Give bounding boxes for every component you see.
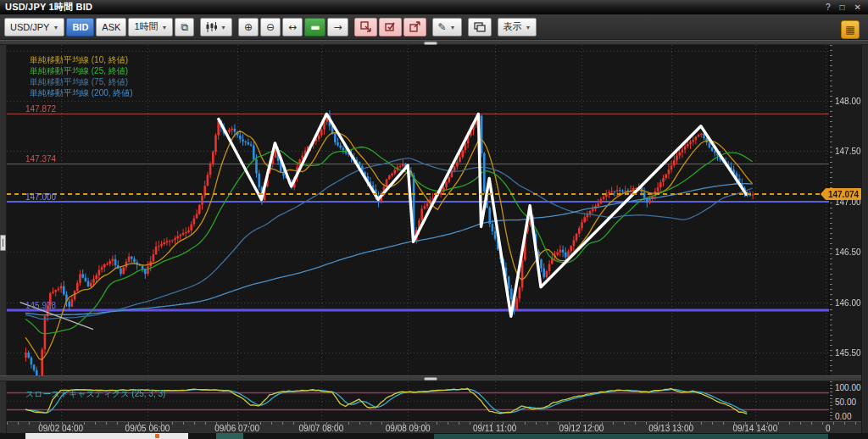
chevron-down-icon: ▼ [53, 25, 58, 31]
pane-resize-handle[interactable] [424, 377, 437, 381]
right-edge-strip [861, 45, 868, 439]
compare-windows-icon [474, 22, 486, 32]
display-group: 表示 ▼ [498, 18, 537, 36]
time-tick-label: 09/02 04:00 [38, 424, 83, 433]
time-tick-label: 09/07 08:00 [298, 424, 343, 433]
pair-select[interactable]: USD/JPY ▼ [4, 18, 64, 36]
compare-button[interactable] [468, 18, 492, 36]
fit-horizontal-button[interactable]: ↔ [282, 18, 303, 36]
stochastics-tick-label: 50.00 [835, 397, 856, 407]
scroll-to-latest-button[interactable]: → [327, 18, 348, 36]
time-tick-label: 09/11 11:00 [473, 424, 516, 433]
time-tick-label: 09/08 09:00 [386, 424, 431, 433]
toolbar: USD/JPY ▼ BID ASK 1時間 ▼ ⧉ ▼ [0, 14, 868, 40]
close-icon[interactable]: ✕ [854, 3, 861, 12]
background-panel-partial[interactable] [434, 434, 828, 439]
auto-scale-icon: ▬ [310, 22, 320, 32]
stochastics-axis[interactable]: 100.0050.000.00 [829, 381, 861, 421]
window-controls: ? □ ✕ [826, 0, 861, 14]
layout-grid-button[interactable]: ▦ [841, 20, 860, 39]
time-tick-label: 09/06 07:00 [214, 424, 259, 433]
time-tick-label: 0 [826, 424, 831, 433]
chevron-down-icon: ▼ [526, 25, 531, 31]
layers-button[interactable]: ⧉ [175, 18, 194, 36]
background-panel-partial[interactable] [216, 433, 243, 439]
price-axis-ruler [830, 45, 832, 375]
bid-button[interactable]: BID [66, 18, 94, 36]
ask-button[interactable]: ASK [96, 18, 126, 36]
time-tick-label: 09/12 12:00 [559, 424, 604, 433]
zoom-out-icon: ⊖ [266, 22, 275, 32]
restore-icon[interactable]: □ [840, 3, 845, 12]
symbol-group: USD/JPY ▼ BID ASK 1時間 ▼ ⧉ [4, 18, 194, 36]
stochastics-tick-label: 0.00 [835, 412, 851, 421]
grid-layout-icon: ▦ [845, 24, 854, 36]
order-group [354, 18, 426, 36]
close-order-button[interactable] [403, 18, 426, 36]
stochastics-axis-ruler [830, 381, 832, 421]
draw-group: ✎ ▼ [432, 18, 462, 36]
time-tick-label: 09/05 06:00 [125, 424, 170, 433]
new-order-icon [360, 21, 371, 32]
zoom-group: ⊕ ⊖ ↔ ▬ → [238, 18, 348, 36]
auto-scale-button[interactable]: ▬ [304, 18, 326, 36]
zoom-out-button[interactable]: ⊖ [260, 18, 281, 36]
timeframe-select[interactable]: 1時間 ▼ [128, 18, 173, 36]
pencil-icon: ✎ [438, 22, 447, 32]
title-bar[interactable]: USD/JPY 1時間 BID ? □ ✕ [0, 0, 868, 14]
zoom-in-button[interactable]: ⊕ [238, 18, 259, 36]
time-tick-label: 09/13 13:00 [648, 424, 693, 433]
draw-tools-button[interactable]: ✎ ▼ [432, 18, 462, 36]
fit-horizontal-icon: ↔ [288, 22, 297, 32]
candlestick-icon [206, 22, 217, 32]
background-window-partial[interactable] [25, 433, 188, 439]
bottom-edge [0, 433, 868, 439]
chart-type-select[interactable]: ▼ [200, 18, 232, 36]
change-order-icon [385, 21, 396, 32]
main-chart-canvas[interactable] [7, 45, 829, 375]
layers-icon: ⧉ [181, 22, 188, 32]
close-order-icon [409, 21, 420, 32]
pane-divider[interactable] [0, 375, 868, 381]
chevron-down-icon: ▼ [450, 25, 456, 31]
chevron-down-icon: ▼ [162, 25, 168, 31]
stochastics-label: スローストキャスティクス (25, 3, 3) [25, 388, 165, 400]
time-tick-label: 09/14 14:00 [732, 424, 777, 433]
new-order-button[interactable] [354, 18, 377, 36]
current-price-badge: 147.074 [826, 188, 861, 200]
stochastics-tick-label: 100.00 [835, 383, 861, 392]
zoom-in-icon: ⊕ [244, 22, 253, 32]
arrow-right-icon: → [333, 22, 342, 32]
chart-type-group: ▼ [200, 18, 232, 36]
panel-expand-handle[interactable] [0, 235, 6, 251]
change-order-button[interactable] [379, 18, 402, 36]
background-window-icon [155, 434, 159, 438]
price-axis[interactable]: 148.000147.500147.000146.500146.000145.5… [829, 45, 861, 375]
chevron-down-icon: ▼ [220, 25, 226, 31]
compare-group [468, 18, 492, 36]
display-menu-button[interactable]: 表示 ▼ [498, 18, 537, 36]
time-axis[interactable]: 09/02 04:0009/05 06:0009/06 07:0009/07 0… [7, 421, 868, 433]
window-title: USD/JPY 1時間 BID [0, 1, 92, 14]
chart-window: USD/JPY 1時間 BID ? □ ✕ USD/JPY ▼ BID ASK … [0, 0, 868, 439]
help-icon[interactable]: ? [826, 3, 831, 12]
